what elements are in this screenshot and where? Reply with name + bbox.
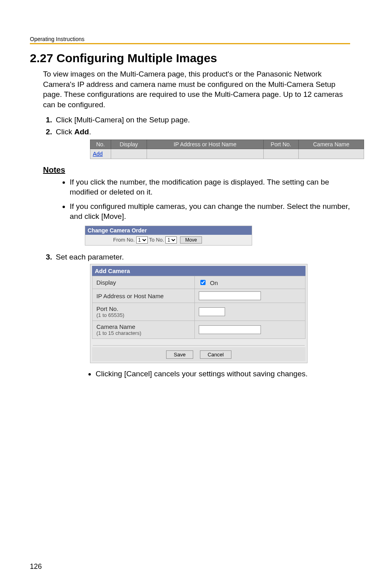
cancel-note: Clicking [Cancel] cancels your settings … (96, 370, 350, 378)
note-1: If you click the number, the modificatio… (70, 177, 350, 197)
step-2: Click Add. No. Display IP Address or Hos… (54, 128, 350, 159)
change-camera-order-panel: Change Camera Order From No. 1 To No. 1 … (85, 226, 252, 246)
addcam-addr-input[interactable] (199, 291, 261, 300)
addcam-display-label: Display (92, 276, 195, 289)
col-no: No. (90, 140, 111, 149)
note-2: If you configured multiple cameras, you … (70, 201, 350, 222)
addcam-port-input[interactable] (199, 307, 225, 316)
cco-title: Change Camera Order (85, 226, 252, 235)
addcam-name-sub: (1 to 15 characters) (96, 330, 190, 336)
step-2-suffix: . (89, 128, 91, 136)
cco-to-label: To No. (149, 237, 164, 243)
addcam-divider (93, 345, 305, 346)
add-camera-panel: Add Camera Display On IP Address or Host… (90, 264, 308, 363)
running-header: Operating Instructions (30, 36, 350, 42)
camera-list-table: No. Display IP Address or Host Name Port… (90, 140, 364, 159)
addcam-name-label: Camera Name (96, 323, 135, 330)
table-row: Add (90, 149, 364, 159)
section-title: 2.27 Configuring Multiple Images (30, 51, 350, 65)
addcam-port-sub: (1 to 65535) (96, 312, 190, 318)
add-link[interactable]: Add (93, 151, 103, 157)
col-port: Port No. (263, 140, 299, 149)
cco-to-select[interactable]: 1 (165, 236, 177, 244)
col-camera-name: Camera Name (299, 140, 364, 149)
save-button[interactable]: Save (166, 350, 193, 359)
page-number: 126 (30, 562, 42, 571)
step-2-bold: Add (74, 128, 89, 136)
cco-from-label: From No. (113, 237, 135, 243)
addcam-port-label: Port No. (96, 305, 118, 312)
step-3-text: Set each parameter. (56, 253, 124, 261)
intro-paragraph: To view images on the Multi-Camera page,… (43, 69, 350, 110)
col-address: IP Address or Host Name (147, 140, 263, 149)
addcam-on-label: On (210, 279, 218, 286)
header-rule (30, 43, 350, 44)
step-3: Set each parameter. Add Camera Display O… (54, 253, 350, 378)
notes-heading: Notes (43, 165, 350, 175)
step-1: Click [Multi-Camera] on the Setup page. (54, 116, 350, 124)
col-display: Display (111, 140, 147, 149)
step-2-prefix: Click (56, 128, 74, 136)
cco-from-select[interactable]: 1 (136, 236, 148, 244)
addcam-addr-label: IP Address or Host Name (92, 289, 195, 303)
addcam-name-input[interactable] (199, 325, 261, 334)
cancel-button[interactable]: Cancel (200, 350, 231, 359)
addcam-display-checkbox[interactable] (200, 280, 206, 285)
addcam-title: Add Camera (92, 266, 306, 276)
move-button[interactable]: Move (180, 236, 202, 244)
